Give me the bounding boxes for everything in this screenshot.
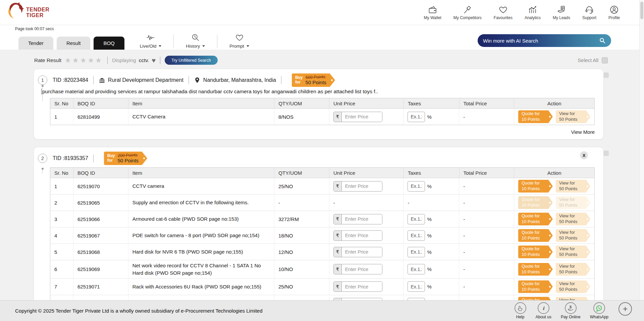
nav-my-leads[interactable]: My Leads: [553, 5, 570, 20]
view-for-points-button[interactable]: View for 50 Points: [556, 180, 590, 193]
tax-input[interactable]: [408, 247, 425, 257]
column-header: Taxes: [404, 98, 459, 108]
unit-price-input[interactable]: [342, 247, 382, 257]
rupee-icon: ₹: [334, 264, 342, 274]
quote-for-points-button[interactable]: Quote for 10 Points: [518, 180, 553, 193]
rating-stars[interactable]: ★★★★★: [65, 57, 103, 64]
favourite-heart-icon[interactable]: ♥: [152, 57, 156, 64]
select-all-checkbox[interactable]: [602, 57, 608, 63]
scrollbar-track[interactable]: [639, 0, 644, 321]
unit-price-input[interactable]: [342, 214, 382, 224]
old-points: 200 Points: [118, 153, 139, 158]
leads-icon: [557, 5, 566, 14]
tax-input[interactable]: [408, 264, 425, 274]
dropdown-live-old[interactable]: Live/Old: [128, 33, 174, 50]
table-row: 5 62519068 Hard disk for NVR 6 TB (PWD S…: [50, 244, 594, 260]
table-row: 4 62519067 POE switch for camera - 8 por…: [50, 227, 594, 244]
cell-sr-no: 2: [50, 195, 73, 211]
cell-item: Hard disk for NVR 6 TB (PWD SOR page no;…: [128, 244, 274, 260]
view-for-points-button[interactable]: View for 50 Points: [556, 110, 590, 123]
unit-price-input[interactable]: [342, 181, 382, 191]
ai-search-input[interactable]: Win more with AI Search: [478, 34, 611, 47]
table-header-row: Sr. NoBOQ IDItemQTY/UOMUnit PriceTaxesTo…: [50, 98, 594, 109]
cell-qty-uom: 25/NO: [274, 279, 329, 295]
tax-input[interactable]: [408, 112, 425, 122]
tax-input[interactable]: [408, 214, 425, 224]
page-load-time: Page took 00:07 secs: [0, 25, 644, 32]
rupee-icon: ₹: [334, 214, 342, 224]
unit-price-input[interactable]: [342, 264, 382, 274]
cell-action: Quote for 10 Points View for 50 Points: [514, 195, 594, 211]
tender-id: TID :81935357: [53, 155, 88, 161]
cell-unit-price: ₹: [329, 178, 404, 194]
star-icon[interactable]: ★: [88, 56, 95, 64]
divider: [281, 76, 281, 84]
old-points: 500 Points: [306, 75, 327, 80]
heart-icon: [235, 33, 244, 43]
cell-sr-no: 1: [50, 109, 73, 125]
unit-price-input[interactable]: [342, 112, 382, 122]
dropdown-prompt[interactable]: Prompt: [217, 33, 261, 50]
nav-support[interactable]: Support: [582, 5, 596, 20]
star-icon[interactable]: ★: [72, 56, 80, 64]
star-icon[interactable]: ★: [95, 56, 103, 64]
nav-favourites[interactable]: Favourites: [494, 5, 513, 20]
nav-profile[interactable]: Profile: [608, 5, 620, 20]
quote-for-points-button[interactable]: Quote for 10 Points: [518, 280, 553, 293]
quote-for-points-button[interactable]: Quote for 10 Points: [518, 263, 553, 276]
unit-price-input[interactable]: [342, 231, 382, 240]
nav-my-competitors[interactable]: My Competitors: [453, 5, 482, 20]
scrollbar-thumb[interactable]: [640, 2, 643, 19]
percent-label: %: [427, 266, 431, 272]
cell-item: Armoured cat-6 cable (PWD SOR page no:15…: [128, 211, 274, 227]
nav-analytics[interactable]: Analytics: [525, 5, 541, 20]
close-icon[interactable]: X: [580, 151, 588, 159]
column-header: QTY/UOM: [274, 168, 329, 178]
unit-price-input[interactable]: [342, 282, 382, 291]
view-more-link[interactable]: View More: [571, 129, 595, 135]
tendertiger-logo[interactable]: TENDER TIGER: [5, 2, 49, 23]
quote-for-points-button[interactable]: Quote for 10 Points: [518, 229, 553, 242]
view-for-points-button[interactable]: View for 50 Points: [556, 246, 590, 258]
buy-for-points-ribbon[interactable]: Buyfor 500 Points 50 Points: [292, 73, 335, 87]
tax-field: %: [408, 281, 431, 292]
card-side-handle[interactable]: [603, 72, 609, 78]
buy-for-points-ribbon[interactable]: Buyfor 200 Points 50 Points: [104, 152, 147, 165]
cell-sr-no: 5: [50, 244, 73, 260]
footer-whatsapp[interactable]: WhatsApp: [590, 302, 608, 319]
pulse-icon: [146, 33, 155, 43]
quote-for-points-button: Quote for 10 Points: [518, 196, 553, 209]
card-side-handle[interactable]: [603, 151, 609, 156]
table-row: 6 62519069 Net work video record for CCT…: [50, 260, 594, 278]
view-for-points-button[interactable]: View for 50 Points: [556, 213, 590, 225]
quote-for-points-button[interactable]: Quote for 10 Points: [518, 213, 553, 225]
footer-about-us[interactable]: i About us: [536, 302, 551, 319]
try-unfiltered-search-button[interactable]: Try Unfiltered Search: [165, 56, 218, 65]
tab-boq[interactable]: BOQ: [94, 37, 124, 50]
view-for-points-button[interactable]: View for 50 Points: [556, 229, 590, 242]
search-icon[interactable]: [599, 37, 606, 44]
view-for-points-button[interactable]: View for 50 Points: [556, 280, 590, 293]
table-body: 1 62810499 CCTV Camera 8/NOS ₹ % - Quote…: [50, 109, 594, 125]
divider: [93, 154, 94, 162]
tax-input[interactable]: [408, 281, 425, 292]
star-icon[interactable]: ★: [65, 56, 72, 64]
tab-tender[interactable]: Tender: [18, 37, 53, 50]
rupee-icon: ₹: [334, 247, 342, 257]
cell-action: Quote for 10 Points View for 50 Points: [514, 211, 594, 227]
footer-help[interactable]: Help: [515, 302, 526, 319]
quote-for-points-button[interactable]: Quote for 10 Points: [518, 246, 553, 258]
tab-result[interactable]: Result: [57, 37, 91, 50]
footer-pay-online[interactable]: $ Pay Online: [561, 302, 581, 319]
expand-plus-button[interactable]: +: [619, 302, 632, 316]
tax-input[interactable]: [408, 230, 425, 241]
quote-for-points-button[interactable]: Quote for 10 Points: [518, 110, 553, 123]
table-row: 2 62519065 Supply and errection of CCTV …: [50, 194, 594, 211]
tender-number-badge: 1: [38, 75, 47, 85]
dropdown-history[interactable]: History: [174, 33, 217, 50]
nav-my-wallet[interactable]: My Wallet: [424, 5, 441, 20]
unit-price-field: ₹: [333, 181, 382, 192]
tax-input[interactable]: [408, 181, 425, 192]
view-for-points-button[interactable]: View for 50 Points: [556, 263, 590, 276]
star-icon[interactable]: ★: [80, 56, 88, 64]
